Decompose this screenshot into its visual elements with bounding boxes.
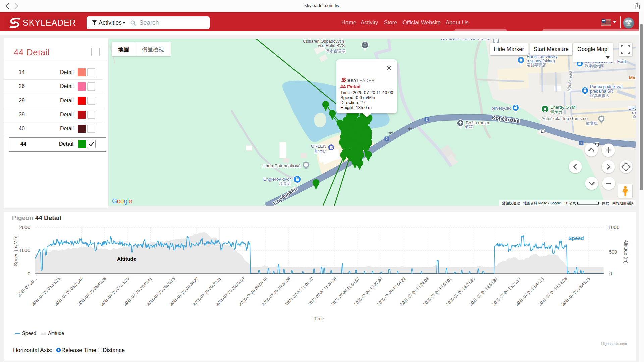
svg-text:vôd Holíč BVS: vôd Holíč BVS [318, 43, 345, 48]
svg-text:ORLEN: ORLEN [311, 144, 326, 149]
svg-text:Height: 135.0 m: Height: 135.0 m [340, 105, 372, 110]
svg-text:Hana Potančoková: Hana Potančoková [262, 163, 301, 168]
svg-text:浴缸專賣店: 浴缸專賣店 [527, 63, 546, 67]
svg-text:回報地圖錯誤: 回報地圖錯誤 [612, 201, 634, 205]
svg-text:Time: Time [314, 316, 324, 321]
svg-text:Start Measure: Start Measure [534, 46, 569, 52]
svg-text:2025-07-20…: 2025-07-20… [17, 276, 38, 297]
svg-text:Highcharts.com: Highcharts.com [601, 342, 627, 346]
svg-text:500: 500 [609, 249, 617, 255]
svg-text:倉庫: 倉庫 [633, 115, 636, 119]
svg-text:predaiňa SR: predaiňa SR [590, 89, 613, 94]
svg-text:Direction: 27: Direction: 27 [340, 100, 365, 105]
svg-text:1000: 1000 [608, 225, 619, 230]
svg-text:Cistiareň Odpadových: Cistiareň Odpadových [303, 39, 344, 44]
svg-text:Pigeon 44 Detail: Pigeon 44 Detail [12, 214, 61, 221]
svg-text:地圖資料 ©2025 Google: 地圖資料 ©2025 Google [523, 201, 561, 205]
svg-text:教堂: 教堂 [465, 124, 473, 129]
svg-text:衛星檢視: 衛星檢視 [142, 46, 164, 52]
svg-text:條款: 條款 [602, 201, 609, 205]
svg-text:SKYLEADER: SKYLEADER [347, 78, 375, 83]
svg-text:Time: 2025-07-20 11:40:00: Time: 2025-07-20 11:40:00 [340, 90, 393, 95]
svg-text:a sauny (sklad): a sauny (sklad) [527, 59, 555, 63]
svg-text:s ro: s ro [632, 110, 636, 115]
svg-text:Speed (m/Min): Speed (m/Min) [13, 235, 18, 266]
svg-text:寢具專賣店: 寢具專賣店 [590, 94, 609, 98]
svg-text:鍵盤快速鍵: 鍵盤快速鍵 [502, 201, 520, 205]
svg-text:Autoškola Top Gun s.r.o: Autoškola Top Gun s.r.o [541, 116, 588, 121]
svg-text:污水處理場: 污水處理場 [325, 49, 345, 53]
svg-text:1000: 1000 [19, 248, 30, 253]
svg-text:44 Detail: 44 Detail [340, 84, 361, 89]
svg-text:0: 0 [28, 271, 30, 276]
svg-text:0: 0 [609, 271, 612, 276]
svg-text:Horizontal Axis:: Horizontal Axis: [13, 347, 52, 353]
svg-text:Speed: Speed [568, 235, 584, 241]
svg-text:Release Time: Release Time [61, 347, 96, 353]
svg-text:Englerov dvor: Englerov dvor [263, 177, 291, 182]
svg-text:2: 2 [426, 118, 428, 121]
svg-text:2: 2 [386, 137, 388, 141]
svg-text:Altitude: Altitude [117, 256, 137, 262]
svg-text:Energy GYM: Energy GYM [550, 105, 575, 110]
svg-text:汽車經銷商: 汽車經銷商 [585, 64, 604, 68]
svg-text:privesy.sk: privesy.sk [491, 106, 511, 111]
svg-text:Distance: Distance [103, 347, 125, 353]
svg-text:2000: 2000 [19, 225, 30, 230]
svg-text:Hide Marker: Hide Marker [494, 46, 524, 52]
svg-text:2: 2 [580, 141, 582, 145]
svg-text:蔬果店: 蔬果店 [279, 181, 291, 186]
svg-text:Altitude (m): Altitude (m) [623, 240, 629, 264]
svg-text:50 公尺: 50 公尺 [564, 201, 576, 205]
svg-text:Speed: 0.0 m/Min: Speed: 0.0 m/Min [340, 95, 375, 100]
svg-text:駕訓班: 駕訓班 [586, 121, 598, 126]
svg-text:Altitude: Altitude [48, 330, 64, 336]
svg-text:健身房: 健身房 [550, 109, 562, 114]
svg-text:Google: Google [112, 197, 132, 205]
svg-text:DRE: DRE [628, 106, 636, 111]
svg-text:Speed: Speed [22, 330, 36, 336]
svg-text:加油站: 加油站 [314, 149, 326, 154]
svg-text:地圖: 地圖 [118, 46, 129, 52]
svg-text:Ma: Ma [629, 75, 635, 80]
svg-text:Google Map: Google Map [577, 46, 607, 52]
svg-text:ORMONT EUROP E s.r.o: ORMONT EUROP E s.r.o [441, 39, 490, 41]
svg-text:Purtex podniková: Purtex podniková [590, 84, 623, 89]
